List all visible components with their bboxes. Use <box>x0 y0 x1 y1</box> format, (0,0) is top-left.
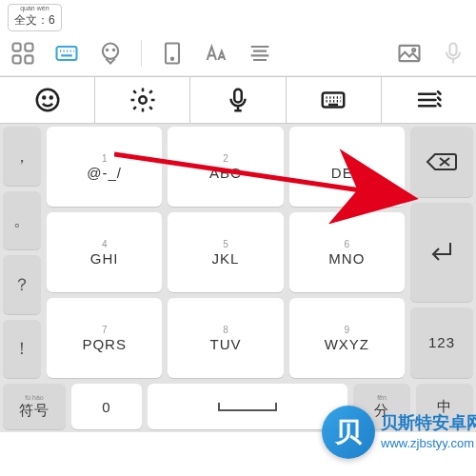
enter-icon <box>427 239 456 266</box>
svg-point-15 <box>50 97 51 99</box>
settings-button[interactable] <box>95 77 190 123</box>
space-icon <box>214 397 281 416</box>
font-icon[interactable] <box>203 36 229 70</box>
key-1[interactable]: 1@-_/ <box>47 127 162 207</box>
key-0[interactable]: 0 <box>71 384 142 429</box>
key-7-pqrs[interactable]: 7PQRS <box>47 298 162 378</box>
punct-period-key[interactable]: 。 <box>3 191 41 250</box>
symbol-key[interactable]: fúhào 符号 <box>3 384 66 429</box>
key-6-mno[interactable]: 6MNO <box>289 212 405 292</box>
keyboard-toggle-button[interactable] <box>287 77 382 123</box>
voice-button[interactable] <box>190 77 286 123</box>
app-toolbar <box>0 30 476 76</box>
key-8-tuv[interactable]: 8TUV <box>168 298 283 378</box>
punct-question-key[interactable]: ？ <box>3 255 41 314</box>
candidate-text: 全文：6 <box>14 12 55 29</box>
handwrite-button[interactable] <box>382 77 476 123</box>
punct-comma-key[interactable]: ， <box>3 127 41 186</box>
key-4-ghi[interactable]: 4GHI <box>47 212 162 292</box>
svg-point-14 <box>43 97 45 99</box>
watermark-url: www.zjbstyy.com <box>381 436 474 450</box>
svg-rect-3 <box>25 55 32 63</box>
space-key[interactable] <box>148 384 347 429</box>
split-key[interactable]: fēn 分 <box>353 384 410 429</box>
candidate-pinyin: quánwén <box>20 5 49 12</box>
key-3-def[interactable]: 3DEF <box>289 127 405 207</box>
page-icon[interactable] <box>159 36 186 70</box>
keyboard-icon[interactable] <box>53 36 80 70</box>
candidate-box[interactable]: quánwén 全文：6 <box>8 4 62 31</box>
svg-rect-10 <box>400 45 420 60</box>
toolbar-divider <box>141 40 142 67</box>
svg-point-6 <box>107 49 108 50</box>
svg-point-11 <box>412 48 415 50</box>
svg-point-13 <box>36 89 58 111</box>
backspace-key[interactable] <box>410 127 473 197</box>
svg-point-7 <box>113 49 114 50</box>
enter-key[interactable] <box>410 203 473 302</box>
emoji-button[interactable] <box>0 77 95 123</box>
svg-rect-0 <box>13 43 21 50</box>
grid-icon[interactable] <box>10 36 36 70</box>
numeric-key[interactable]: 123 <box>410 307 473 378</box>
svg-point-5 <box>103 43 118 58</box>
face-icon[interactable] <box>97 36 124 70</box>
key-2-abc[interactable]: 2ABC <box>168 127 283 207</box>
svg-rect-12 <box>450 43 457 55</box>
svg-rect-4 <box>57 47 77 60</box>
keyboard-area: ， 。 ？ ！ 1@-_/ 2ABC 3DEF 4GHI 5JKL 6MNO 7… <box>0 124 476 381</box>
backspace-icon <box>426 150 458 173</box>
key-5-jkl[interactable]: 5JKL <box>168 212 283 292</box>
key-9-wxyz[interactable]: 9WXYZ <box>289 298 405 378</box>
svg-rect-2 <box>13 55 21 63</box>
mic-icon[interactable] <box>440 36 466 70</box>
lang-key[interactable]: 中 <box>416 384 473 429</box>
svg-rect-1 <box>25 43 32 50</box>
keyboard-function-row <box>0 76 476 124</box>
svg-point-16 <box>139 96 147 104</box>
align-icon[interactable] <box>247 36 273 70</box>
punct-exclaim-key[interactable]: ！ <box>3 320 41 379</box>
image-icon[interactable] <box>396 36 423 70</box>
keyboard-bottom-row: fúhào 符号 0 fēn 分 中 <box>0 381 476 432</box>
svg-point-9 <box>171 57 173 59</box>
svg-rect-17 <box>234 89 242 103</box>
